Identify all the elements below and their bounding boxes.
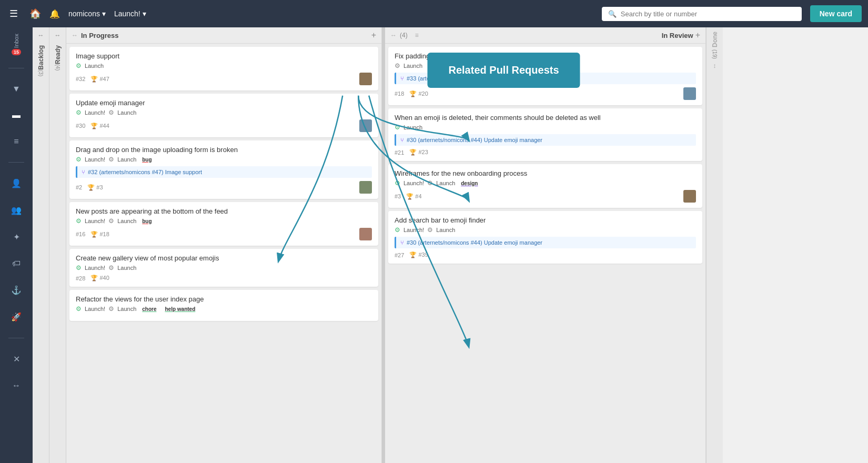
project2-icon: ⚙ [108, 217, 114, 225]
card-pr-link[interactable]: ⑂ #30 (arternets/nomicons #44) Update em… [395, 134, 696, 146]
card-meta: ⚙ Launch! ⚙ Launch bug [76, 156, 372, 163]
project-icon: ⚙ [76, 305, 82, 313]
sidebar-separator2 [8, 162, 24, 163]
card-meta: ⚙ Launch! ⚙ Launch [76, 264, 372, 271]
new-card-button[interactable]: New card [810, 5, 862, 22]
main-layout: Inbox 15 ▼ ▬ ≡ 👤 👥 ✦ 🏷 ⚓ 🚀 ✕ ↔ Related P… [0, 27, 868, 463]
sidebar-separator3 [8, 338, 24, 338]
card-view-icon[interactable]: ▬ [9, 107, 24, 123]
card-title: Drag and drop on the image uploading for… [76, 146, 372, 154]
org-chevron: ▾ [102, 9, 106, 18]
card-title: Refactor the views for the user index pa… [76, 295, 372, 303]
card-nums: #18 🏆 #20 [395, 90, 428, 97]
card-new-posts[interactable]: New posts are appearing at the bottom of… [69, 202, 378, 246]
card-project1: Launch! [403, 180, 424, 186]
card-nums: #32 🏆 #47 [76, 76, 109, 83]
card-fix-padding[interactable]: Fix padding bug on emoji home page ⚙ Lau… [388, 47, 702, 105]
card-title: Create new gallery view of most popular … [76, 254, 372, 262]
card-wireframes[interactable]: Wireframes for the new onboarding proces… [388, 164, 702, 208]
project-icon: ⚙ [76, 217, 82, 225]
resize-icon[interactable]: ↔ [9, 378, 24, 394]
col-done-collapsed[interactable]: Done (19) ↔ [706, 27, 723, 463]
card-pr-link[interactable]: ⑂ #32 (arternets/nomicons #47) Image sup… [76, 166, 372, 178]
card-pr-link[interactable]: ⑂ #33 (arternets/nomicons #48) Fix #18 [395, 73, 696, 84]
in-review-cards: Fix padding bug on emoji home page ⚙ Lau… [385, 44, 705, 463]
search-bar[interactable]: 🔍 [602, 7, 802, 21]
col-in-review: ↔ (4) ≡ In Review + Fix padding bug on e… [385, 27, 706, 463]
inbox-badge: 15 [12, 49, 21, 55]
card-nums: #30 🏆 #44 [76, 123, 109, 129]
card-update-emoji[interactable]: Update emoji manager ⚙ Launch! ⚙ Launch … [69, 94, 378, 137]
card-points: 🏆 #47 [90, 76, 109, 83]
backlog-count: (3) [38, 70, 44, 76]
card-project1: Launch! [85, 306, 105, 312]
list-view-icon[interactable]: ≡ [11, 134, 22, 149]
org-selector[interactable]: nomicons ▾ [68, 9, 106, 18]
card-emoji-deleted[interactable]: When an emoji is deleted, their comments… [388, 108, 702, 161]
card-nums: #3 🏆 #4 [395, 193, 422, 200]
ready-count: (4) [55, 64, 60, 71]
card-nums: #21 🏆 #23 [395, 149, 428, 156]
card-title: Image support [76, 52, 372, 60]
card-meta: ⚙ Launch [76, 62, 372, 69]
card-search-bar[interactable]: Add search bar to emoji finder ⚙ Launch!… [388, 211, 702, 264]
card-drag-drop[interactable]: Drag and drop on the image uploading for… [69, 140, 378, 199]
hamburger-icon[interactable]: ☰ [6, 5, 21, 23]
card-project2: Launch [117, 306, 136, 312]
filter-icon[interactable]: ▼ [9, 81, 24, 97]
card-image-support[interactable]: Image support ⚙ Launch #32 🏆 #47 [69, 47, 378, 90]
anchor-icon[interactable]: ⚓ [8, 282, 25, 298]
col-ready-collapsed[interactable]: ↔ Ready (4) [49, 27, 66, 463]
close-icon[interactable]: ✕ [10, 351, 23, 367]
avatar [359, 119, 372, 132]
card-meta: ⚙ Launch bug design [395, 62, 696, 69]
project2-icon: ⚙ [427, 226, 433, 234]
in-review-collapse-icon[interactable]: ↔ [390, 32, 397, 39]
project-chevron: ▾ [143, 9, 146, 18]
card-pr-link[interactable]: ⑂ #30 (arternets/nomicons #44) Update em… [395, 237, 696, 248]
sparkle-icon[interactable]: ✦ [10, 229, 23, 245]
project-selector[interactable]: Launch! ▾ [114, 9, 146, 18]
search-input[interactable] [621, 10, 795, 18]
in-review-add-icon[interactable]: + [695, 31, 700, 40]
pr-text: #33 (arternets/nomicons #48) Fix #18 [407, 75, 503, 82]
ready-expand-icon: ↔ [55, 32, 61, 39]
bell-icon[interactable]: 🔔 [49, 9, 60, 19]
card-project2: Launch [117, 218, 136, 224]
card-points: 🏆 #18 [90, 231, 109, 238]
person-icon[interactable]: 👤 [8, 175, 25, 192]
col-header-left: ↔ In Progress [72, 32, 119, 39]
card-footer: #32 🏆 #47 [76, 73, 372, 85]
in-progress-collapse-icon[interactable]: ↔ [72, 32, 78, 39]
people-icon[interactable]: 👥 [8, 202, 25, 218]
card-project2: Launch [436, 180, 455, 186]
card-points: 🏆 #23 [409, 149, 428, 156]
col-in-progress-header: ↔ In Progress + [66, 27, 381, 44]
col-in-review-header: ↔ (4) ≡ In Review + [385, 27, 705, 44]
in-review-filter-icon[interactable]: ≡ [415, 32, 419, 39]
card-footer: #16 🏆 #18 [76, 228, 372, 240]
search-icon: 🔍 [608, 10, 617, 18]
backlog-label: Backlog [37, 45, 45, 70]
done-count: (19) [712, 49, 718, 59]
card-footer: #2 🏆 #3 [76, 181, 372, 194]
home-icon[interactable]: 🏠 [29, 8, 41, 19]
avatar [359, 73, 372, 85]
card-title: When an emoji is deleted, their comments… [395, 114, 696, 122]
rocket-icon[interactable]: 🚀 [8, 309, 25, 325]
card-points: 🏆 #3 [87, 184, 103, 191]
tag-bug: bug [426, 63, 440, 69]
card-number: #3 [395, 193, 401, 199]
in-review-title: In Review [662, 32, 693, 39]
project-icon: ⚙ [395, 62, 400, 69]
card-gallery-view[interactable]: Create new gallery view of most popular … [69, 249, 378, 287]
card-nums: #2 🏆 #3 [76, 184, 103, 191]
in-progress-add-icon[interactable]: + [371, 31, 376, 40]
card-nums: #28 🏆 #40 [76, 275, 109, 281]
card-number: #18 [395, 90, 404, 97]
card-refactor-views[interactable]: Refactor the views for the user index pa… [69, 290, 378, 321]
tag-icon[interactable]: 🏷 [9, 256, 24, 271]
col-backlog-collapsed[interactable]: ↔ Backlog (3) [33, 27, 49, 463]
card-points: 🏆 #20 [409, 90, 428, 97]
sidebar-item-inbox[interactable]: Inbox 15 [12, 34, 21, 55]
